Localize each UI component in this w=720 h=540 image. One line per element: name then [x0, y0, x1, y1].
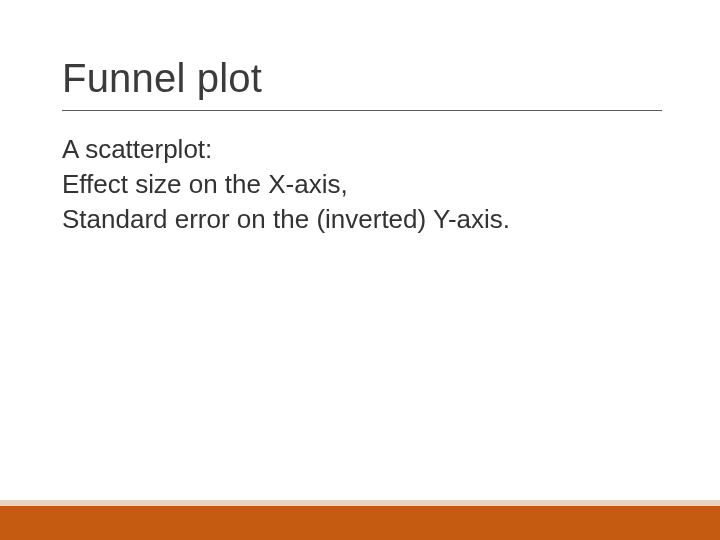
body-line-3: Standard error on the (inverted) Y-axis. — [62, 202, 662, 237]
slide: Funnel plot A scatterplot: Effect size o… — [0, 0, 720, 540]
body-line-2: Effect size on the X-axis, — [62, 167, 662, 202]
slide-body: A scatterplot: Effect size on the X-axis… — [62, 132, 662, 237]
body-line-1: A scatterplot: — [62, 132, 662, 167]
title-underline — [62, 110, 662, 111]
slide-title: Funnel plot — [62, 56, 262, 101]
footer-bar — [0, 506, 720, 540]
